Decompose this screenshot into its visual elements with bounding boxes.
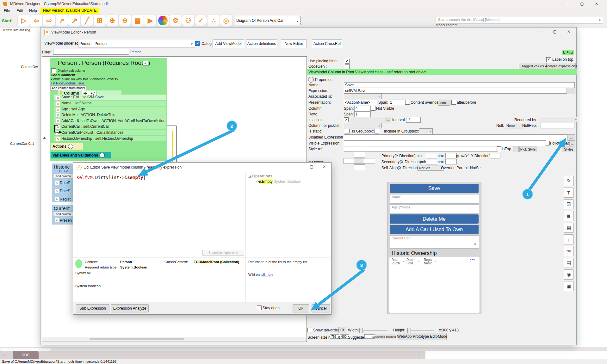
sub-expression-button[interactable]: Sub Expression <box>76 304 109 312</box>
primary-max-input[interactable] <box>445 153 457 158</box>
new-editor-button[interactable]: New Editor <box>281 39 307 48</box>
tree-hscrollbar-thumb[interactable] <box>90 338 184 340</box>
fit-button[interactable]: Fit <box>338 327 346 333</box>
preview-table-menu-dots[interactable]: ••• <box>470 257 475 262</box>
row-span-input[interactable]: 1 <box>354 111 371 117</box>
nullrep-input[interactable] <box>541 123 574 128</box>
window-icon[interactable]: ▤ <box>132 15 144 27</box>
categ-checkbox[interactable] <box>195 41 200 46</box>
preview-col-date-purchased[interactable]: DatePurch <box>392 258 400 265</box>
color-wheel-icon[interactable] <box>157 15 169 27</box>
preview-current-car-dropdown-icon[interactable]: ▼ <box>474 243 477 246</box>
style-ref-ellipsis-button[interactable]: ... <box>513 146 519 152</box>
expression-ellipsis-button[interactable]: ... <box>567 88 575 94</box>
current-add-column-button[interactable]: Add column <box>53 212 73 216</box>
import-control-icon[interactable]: ↓ <box>564 234 574 244</box>
presentation-input[interactable]: <ActionName> <box>344 100 377 105</box>
snapshot-control-icon[interactable]: ▣ <box>564 281 574 291</box>
is-groupbox-checkbox[interactable] <box>375 129 379 133</box>
canvas-hscrollbar[interactable] <box>0 347 607 351</box>
vm-close-button[interactable]: ✕ <box>562 28 576 35</box>
action-crossref-button[interactable]: Action CrossRef <box>312 39 342 48</box>
chevron-down-icon[interactable]: ⌄ <box>68 144 73 149</box>
label-on-top-checkbox[interactable] <box>546 57 551 62</box>
zoom-out-icon[interactable]: ⊖ <box>119 15 131 27</box>
historic-item-label[interactable]: DateS <box>60 189 70 193</box>
preview-table[interactable] <box>389 257 480 313</box>
preview-name-field[interactable] <box>390 194 479 204</box>
tagged-values-button[interactable]: Tagged values <box>519 63 547 69</box>
interval-input[interactable]: -1 <box>406 117 421 123</box>
rendered-by-dropdown[interactable] <box>540 117 578 122</box>
webapp-prototype-button[interactable]: WebApp Prototype Edit-Mode <box>398 333 447 340</box>
access-control-icon[interactable]: ⚇ <box>182 15 194 27</box>
datagrid-control-icon[interactable]: ▦ <box>564 223 574 233</box>
secondary-min-input[interactable] <box>426 159 437 164</box>
menu-help[interactable]: Help <box>29 9 37 13</box>
historic-item-label[interactable]: Regist <box>60 197 71 201</box>
nav-forward-icon[interactable]: ⇨ <box>43 15 55 27</box>
action-definitions-button[interactable]: Action definitions <box>246 39 277 48</box>
visible-expression-input[interactable] <box>344 140 546 146</box>
analyze-expressions-button[interactable]: Analyze expressions <box>546 63 576 69</box>
search-icon[interactable]: ⌕ <box>599 17 601 22</box>
run-icon[interactable]: ▷ <box>18 15 30 27</box>
ocl-minimize-button[interactable]: – <box>292 163 304 170</box>
margin-left-input[interactable] <box>344 158 355 164</box>
include-in-groupbox-dropdown[interactable] <box>419 128 433 134</box>
operation-item[interactable]: ->isEmpty System.Boolean <box>256 179 301 184</box>
expression-input[interactable]: selfVM.Save <box>344 88 568 94</box>
search-input[interactable]: Start a search like this [Class].[Member… <box>436 16 603 24</box>
primary-min-input[interactable] <box>426 153 437 158</box>
ocl-expression-editor[interactable]: selfVM.Dirtylist->isempty| <box>77 175 146 180</box>
follow-enable-checkbox[interactable] <box>545 141 550 145</box>
actions-section[interactable]: Actions ⌄ <box>51 143 83 150</box>
disabled-expression-input[interactable] <box>344 134 569 140</box>
filter-class-link[interactable]: Person <box>130 50 141 54</box>
show-tab-order-checkbox[interactable] <box>307 328 312 332</box>
object-graph-icon[interactable]: ∴ <box>207 15 220 27</box>
diagram-selector[interactable]: Diagram Of Person And Car ∨ <box>235 16 301 25</box>
cancel-button[interactable]: Cancel <box>312 304 330 312</box>
viewmodel-frame-icon[interactable]: ⊞ <box>94 15 106 27</box>
navigation-arrow-icon[interactable]: ↗ <box>68 15 80 27</box>
stay-open-checkbox[interactable] <box>257 305 262 310</box>
menu-file[interactable]: File <box>4 9 10 13</box>
vm-minimize-button[interactable]: – <box>534 28 548 35</box>
margin-bottom-input[interactable] <box>354 164 365 170</box>
after-before-checkbox[interactable] <box>451 100 456 105</box>
run-window-icon[interactable]: ▶ <box>144 15 156 27</box>
is-action-ellipsis-button[interactable]: ... <box>386 117 391 123</box>
associated-to-dropdown[interactable] <box>344 94 382 99</box>
close-button[interactable]: ✕ <box>590 0 604 8</box>
under-edit-combobox[interactable]: Person : Person ∨ <box>78 40 195 47</box>
add-viewmodel-button[interactable]: Add ViewModel <box>213 39 244 48</box>
filter-caret-icon[interactable]: ▼ <box>402 260 405 263</box>
maximize-button[interactable]: ▢ <box>575 0 589 8</box>
minimize-button[interactable]: – <box>561 0 574 8</box>
ocl-close-button[interactable]: ✕ <box>318 163 330 170</box>
column-for-picklist-dropdown[interactable] <box>344 123 382 128</box>
not-visible-checkbox[interactable] <box>371 106 375 111</box>
preview-col-registration[interactable]: RegisNumb <box>424 258 432 265</box>
button-control-icon[interactable]: btn <box>564 246 574 256</box>
preview-save-button[interactable]: Save <box>390 184 479 193</box>
width-slider-thumb[interactable] <box>359 328 363 333</box>
validate-icon[interactable]: ✓ <box>195 15 207 27</box>
filter-input[interactable] <box>53 49 129 55</box>
tab-scroll-left-icon[interactable]: ‹ <box>3 352 4 357</box>
filter-caret-icon[interactable]: ▼ <box>418 260 420 263</box>
properties-collapse-icon[interactable]: ⌃ <box>308 77 314 83</box>
chevron-down-icon[interactable]: ⌄ <box>100 153 105 158</box>
preview-delete-button[interactable]: Delete Me <box>390 214 479 224</box>
content-override-checkbox[interactable] <box>405 100 410 105</box>
association-arrow-icon[interactable]: ↗ <box>56 15 68 27</box>
margin-right-input[interactable] <box>364 158 375 164</box>
code-rings-icon[interactable]: ◎ <box>220 15 232 27</box>
column-span-input[interactable]: 4 <box>354 106 371 111</box>
search-in-expression-button[interactable]: Search in expression <box>202 250 244 256</box>
codegen-checkbox[interactable] <box>345 64 350 69</box>
name-input[interactable]: Save <box>344 82 575 88</box>
zoom-in-icon[interactable]: ⊕ <box>106 15 118 27</box>
historic-item-label[interactable]: DateP <box>60 181 70 185</box>
